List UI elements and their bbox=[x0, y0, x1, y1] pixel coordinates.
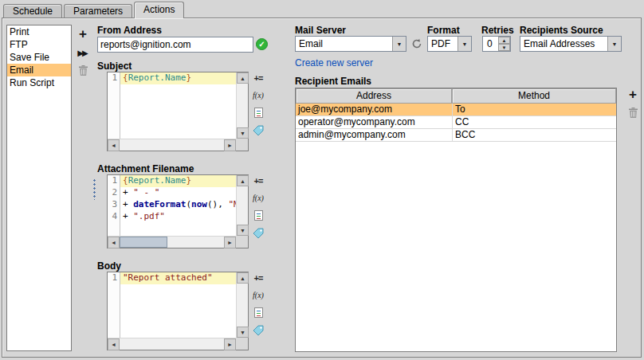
scroll-up-button[interactable]: ▲ bbox=[237, 175, 249, 186]
tag-insert-button[interactable] bbox=[252, 124, 265, 136]
code-area[interactable]: {Report.Name} bbox=[120, 72, 236, 139]
list-item-ftp[interactable]: FTP bbox=[7, 38, 71, 51]
scroll-track[interactable] bbox=[120, 139, 224, 151]
combo-arrow-icon[interactable]: ▼ bbox=[457, 37, 471, 51]
combo-arrow-icon[interactable]: ▼ bbox=[392, 37, 406, 51]
scroll-left-button[interactable]: ◄ bbox=[108, 338, 120, 350]
recipient-table: Address Method joe@mycompany.comTooperat… bbox=[295, 88, 617, 352]
scroll-track[interactable] bbox=[120, 338, 224, 350]
add-action-button[interactable]: + bbox=[76, 27, 90, 41]
tab-parameters[interactable]: Parameters bbox=[64, 4, 132, 18]
scroll-left-button[interactable]: ◄ bbox=[108, 237, 120, 248]
document-icon bbox=[254, 108, 263, 118]
code-area[interactable]: {Report.Name}+ " - "+ dateFormat(now(), … bbox=[120, 175, 236, 236]
property-insert-button[interactable] bbox=[252, 107, 265, 119]
format-select[interactable]: PDF ▼ bbox=[427, 36, 472, 52]
column-header-address[interactable]: Address bbox=[296, 88, 452, 104]
body-editor[interactable]: 1 "Report attached" ▲ ▼ ◄ ► bbox=[107, 272, 249, 350]
from-address-input[interactable] bbox=[97, 37, 253, 53]
scroll-right-button[interactable]: ► bbox=[224, 139, 236, 151]
scroll-down-button[interactable]: ▼ bbox=[237, 225, 249, 236]
function-insert-button[interactable]: f(x) bbox=[252, 192, 265, 204]
scroll-down-button[interactable]: ▼ bbox=[237, 127, 249, 139]
tab-actions[interactable]: Actions bbox=[134, 2, 184, 18]
list-item-print[interactable]: Print bbox=[7, 25, 71, 38]
tag-insert-button[interactable] bbox=[252, 324, 265, 336]
scroll-track[interactable] bbox=[120, 237, 224, 248]
create-new-server-link[interactable]: Create new server bbox=[295, 57, 373, 68]
subject-editor[interactable]: 1 {Report.Name} ▲ ▼ ◄ ► bbox=[107, 72, 249, 151]
down-arrow-icon: ▼ bbox=[240, 131, 245, 136]
recipients-source-select[interactable]: Email Addresses ▼ bbox=[520, 36, 622, 52]
refresh-servers-button[interactable] bbox=[410, 37, 423, 50]
run-action-button[interactable]: ▶▶ bbox=[75, 45, 89, 60]
horizontal-scrollbar[interactable]: ◄ ► bbox=[108, 338, 236, 350]
scroll-left-button[interactable]: ◄ bbox=[108, 139, 120, 151]
tab-schedule[interactable]: Schedule bbox=[3, 4, 62, 18]
mail-server-select[interactable]: Email ▼ bbox=[295, 36, 406, 52]
line-number: 4 bbox=[108, 211, 120, 223]
trash-icon bbox=[628, 107, 638, 119]
function-insert-button[interactable]: f(x) bbox=[252, 289, 265, 301]
body-label: Body bbox=[97, 260, 121, 272]
line-number-gutter: 1 bbox=[108, 272, 120, 338]
scroll-thumb[interactable] bbox=[120, 237, 167, 248]
table-row[interactable]: admin@mycompany.comBCC bbox=[296, 129, 616, 142]
body-editor-toolbar: += f(x) bbox=[251, 272, 265, 336]
document-icon bbox=[254, 307, 263, 318]
operator-insert-button[interactable]: += bbox=[252, 174, 265, 186]
table-row[interactable]: operator@mycompany.comCC bbox=[296, 116, 616, 129]
function-icon: f(x) bbox=[253, 194, 264, 202]
line-number-gutter: 1234 bbox=[108, 175, 120, 236]
document-icon bbox=[254, 210, 263, 221]
horizontal-scrollbar[interactable]: ◄ ► bbox=[108, 139, 236, 151]
cell-method: CC bbox=[452, 116, 616, 128]
down-arrow-icon: ▼ bbox=[240, 330, 245, 335]
vertical-scrollbar[interactable]: ▲ ▼ bbox=[236, 272, 248, 338]
plus-equals-icon: += bbox=[254, 176, 263, 186]
recipient-rows: joe@mycompany.comTooperator@mycompany.co… bbox=[296, 104, 616, 142]
tag-insert-button[interactable] bbox=[252, 227, 265, 239]
list-item-email[interactable]: Email bbox=[7, 64, 71, 76]
retries-value: 0 bbox=[483, 37, 498, 51]
function-icon: f(x) bbox=[253, 291, 264, 299]
delete-action-button[interactable] bbox=[76, 63, 90, 77]
drag-handle-icon[interactable] bbox=[93, 178, 96, 200]
add-recipient-button[interactable]: + bbox=[626, 88, 640, 102]
line-number: 3 bbox=[108, 199, 120, 211]
code-viewport[interactable]: 1 {Report.Name} bbox=[108, 72, 236, 139]
spinner-up-button[interactable]: ▲ bbox=[498, 37, 510, 44]
action-list[interactable]: PrintFTPSave FileEmailRun Script bbox=[6, 25, 72, 351]
attachment-editor[interactable]: 1234 {Report.Name}+ " - "+ dateFormat(no… bbox=[107, 174, 249, 248]
code-viewport[interactable]: 1234 {Report.Name}+ " - "+ dateFormat(no… bbox=[108, 175, 236, 236]
column-header-method[interactable]: Method bbox=[452, 88, 616, 104]
horizontal-scrollbar[interactable]: ◄ ► bbox=[108, 236, 236, 248]
recipients-source-value: Email Addresses bbox=[520, 38, 607, 49]
mail-server-value: Email bbox=[296, 38, 392, 49]
scroll-up-button[interactable]: ▲ bbox=[237, 72, 249, 84]
combo-arrow-icon[interactable]: ▼ bbox=[607, 37, 621, 51]
scroll-up-button[interactable]: ▲ bbox=[237, 272, 249, 284]
scroll-down-button[interactable]: ▼ bbox=[237, 327, 249, 338]
delete-recipient-button[interactable] bbox=[626, 105, 640, 119]
list-item-run-script[interactable]: Run Script bbox=[7, 76, 71, 89]
operator-insert-button[interactable]: += bbox=[252, 272, 265, 284]
cell-address: admin@mycompany.com bbox=[296, 129, 452, 141]
code-viewport[interactable]: 1 "Report attached" bbox=[108, 272, 236, 338]
scroll-right-button[interactable]: ► bbox=[224, 338, 236, 350]
retries-label: Retries bbox=[481, 25, 514, 36]
code-line: {Report.Name} bbox=[120, 175, 236, 187]
function-insert-button[interactable]: f(x) bbox=[252, 89, 265, 101]
scroll-right-button[interactable]: ► bbox=[224, 237, 236, 248]
vertical-scrollbar[interactable]: ▲ ▼ bbox=[236, 175, 248, 236]
vertical-scrollbar[interactable]: ▲ ▼ bbox=[236, 72, 248, 139]
retries-spinner[interactable]: 0 ▲ ▼ bbox=[482, 36, 511, 52]
list-item-save-file[interactable]: Save File bbox=[7, 51, 71, 64]
code-area[interactable]: "Report attached" bbox=[120, 272, 236, 338]
operator-insert-button[interactable]: += bbox=[252, 72, 265, 84]
attachment-filename-label: Attachment Filename bbox=[97, 163, 194, 174]
property-insert-button[interactable] bbox=[252, 209, 265, 221]
spinner-down-button[interactable]: ▼ bbox=[498, 44, 510, 51]
table-row[interactable]: joe@mycompany.comTo bbox=[296, 104, 616, 116]
property-insert-button[interactable] bbox=[252, 307, 265, 319]
